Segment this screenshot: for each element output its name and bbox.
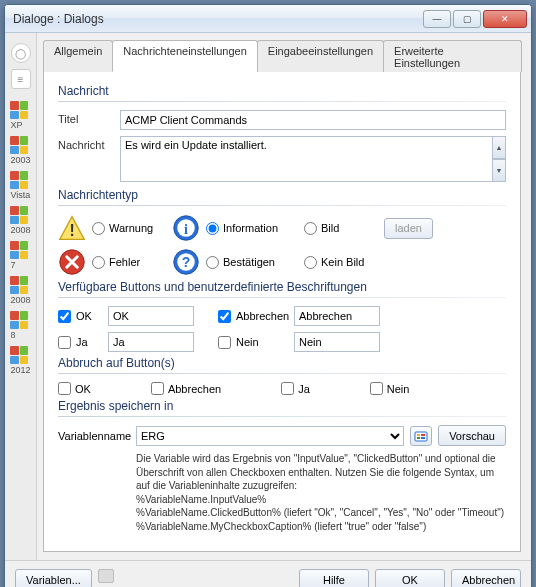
- tab-erweiterte einstellungen[interactable]: Erweiterte Einstellungen: [383, 40, 522, 72]
- radio-fehler[interactable]: Fehler: [92, 256, 172, 269]
- laden-button[interactable]: laden: [384, 218, 433, 239]
- section-abbruch: Abbruch auf Button(s): [58, 356, 506, 370]
- footer-grey-icon: [98, 569, 114, 583]
- section-ergebnis: Ergebnis speichern in: [58, 399, 506, 413]
- tab-content: Nachricht Titel Nachricht Es wird ein Up…: [43, 72, 521, 552]
- svg-rect-13: [421, 437, 425, 439]
- lbl-nein: Nein: [236, 336, 294, 348]
- input-nein-caption[interactable]: [294, 332, 380, 352]
- cancel-nein[interactable]: Nein: [370, 382, 410, 395]
- close-button[interactable]: ✕: [483, 10, 527, 28]
- window-title: Dialoge : Dialogs: [13, 12, 421, 26]
- os-logo-icon: [10, 136, 28, 154]
- chk-nein[interactable]: [218, 336, 231, 349]
- tab-nachrichteneinstellungen[interactable]: Nachrichteneinstellungen: [112, 40, 258, 72]
- svg-text:?: ?: [182, 254, 191, 270]
- hilfe-button[interactable]: Hilfe: [299, 569, 369, 587]
- question-icon: ?: [172, 248, 200, 276]
- input-ok-caption[interactable]: [108, 306, 194, 326]
- section-nachricht: Nachricht: [58, 84, 506, 98]
- nachricht-textarea[interactable]: Es wird ein Update installiert.: [120, 136, 493, 182]
- svg-text:i: i: [184, 222, 188, 237]
- error-icon: [58, 248, 86, 276]
- svg-rect-11: [417, 437, 420, 439]
- footer: Variablen... Hilfe OK Abbrechen: [5, 560, 531, 587]
- chk-ok[interactable]: [58, 310, 71, 323]
- chk-abbrechen[interactable]: [218, 310, 231, 323]
- ok-button[interactable]: OK: [375, 569, 445, 587]
- input-abbrechen-caption[interactable]: [294, 306, 380, 326]
- input-ja-caption[interactable]: [108, 332, 194, 352]
- radio-information[interactable]: Information: [206, 222, 304, 235]
- tab-allgemein[interactable]: Allgemein: [43, 40, 113, 72]
- help-text: Die Variable wird das Ergebnis von "Inpu…: [136, 452, 506, 533]
- cancel-abbrechen[interactable]: Abbrechen: [151, 382, 221, 395]
- information-icon: i: [172, 214, 200, 242]
- variable-picker-button[interactable]: [410, 426, 432, 446]
- radio-keinbild[interactable]: Kein Bild: [304, 256, 384, 269]
- app-window: Dialoge : Dialogs — ▢ ✕ ◯ ≡ XP2003Vista2…: [4, 4, 532, 587]
- warning-icon: !: [58, 214, 86, 242]
- tabs: AllgemeinNachrichteneinstellungenEingabe…: [43, 39, 521, 72]
- os-logo-icon: [10, 311, 28, 329]
- sidebar-circle-icon[interactable]: ◯: [11, 43, 31, 63]
- maximize-button[interactable]: ▢: [453, 10, 481, 28]
- os-year-label: 7: [10, 260, 30, 270]
- radio-warnung[interactable]: Warnung: [92, 222, 172, 235]
- sidebar: ◯ ≡ XP2003Vista20087200882012: [5, 33, 37, 560]
- variablenname-select[interactable]: ERG: [136, 426, 404, 446]
- cancel-ok[interactable]: OK: [58, 382, 91, 395]
- sidebar-page-icon[interactable]: ≡: [11, 69, 31, 89]
- lbl-ja: Ja: [76, 336, 108, 348]
- os-logo-icon: [10, 206, 28, 224]
- tab-eingabeeinstellungen[interactable]: Eingabeeinstellungen: [257, 40, 384, 72]
- svg-text:!: !: [69, 222, 74, 239]
- minimize-button[interactable]: —: [423, 10, 451, 28]
- os-logo-icon: [10, 346, 28, 364]
- os-year-label: 8: [10, 330, 30, 340]
- radio-bild[interactable]: Bild: [304, 222, 384, 235]
- variablen-button[interactable]: Variablen...: [15, 569, 92, 587]
- titel-input[interactable]: [120, 110, 506, 130]
- radio-bestaetigen[interactable]: Bestätigen: [206, 256, 304, 269]
- abbrechen-button[interactable]: Abbrechen: [451, 569, 521, 587]
- main-panel: AllgemeinNachrichteneinstellungenEingabe…: [37, 33, 531, 560]
- lbl-ok: OK: [76, 310, 108, 322]
- label-titel: Titel: [58, 110, 120, 125]
- cancel-ja[interactable]: Ja: [281, 382, 310, 395]
- os-year-label: 2008: [10, 295, 30, 305]
- label-variablenname: Variablenname: [58, 430, 130, 442]
- os-logo-icon: [10, 171, 28, 189]
- section-typ: Nachrichtentyp: [58, 188, 506, 202]
- svg-rect-10: [417, 434, 420, 436]
- svg-rect-9: [415, 432, 427, 441]
- lbl-abbrechen: Abbrechen: [236, 310, 294, 322]
- os-year-label: 2012: [10, 365, 30, 375]
- os-logo-icon: [10, 101, 28, 119]
- os-logo-icon: [10, 241, 28, 259]
- os-logo-icon: [10, 276, 28, 294]
- os-year-label: XP: [10, 120, 30, 130]
- os-year-label: 2008: [10, 225, 30, 235]
- os-year-label: 2003: [10, 155, 30, 165]
- nachricht-spinner[interactable]: ▲▼: [492, 136, 506, 182]
- section-buttons: Verfügbare Buttons und benutzerdefiniert…: [58, 280, 506, 294]
- os-year-label: Vista: [10, 190, 30, 200]
- titlebar: Dialoge : Dialogs — ▢ ✕: [5, 5, 531, 33]
- vorschau-button[interactable]: Vorschau: [438, 425, 506, 446]
- label-nachricht: Nachricht: [58, 136, 120, 151]
- svg-rect-12: [421, 434, 425, 436]
- chk-ja[interactable]: [58, 336, 71, 349]
- variable-icon: [414, 429, 428, 443]
